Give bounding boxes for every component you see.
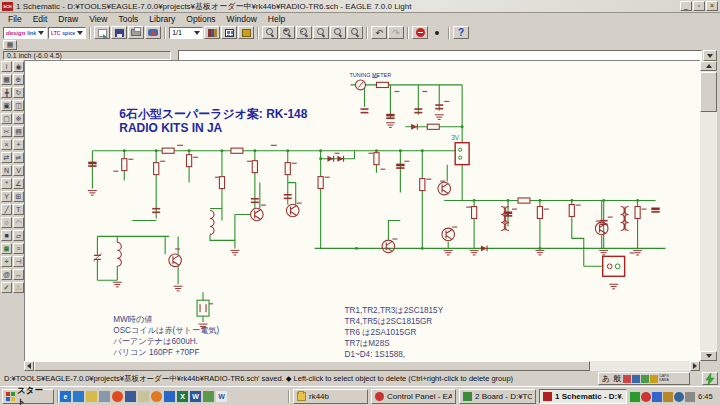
save-button[interactable]: [111, 26, 127, 39]
tray-display-icon[interactable]: [685, 392, 695, 402]
vertical-scrollbar[interactable]: [700, 61, 717, 361]
ime-minimize-panel[interactable]: [702, 372, 718, 385]
minimize-button[interactable]: _: [680, 1, 692, 11]
menu-window[interactable]: Window: [222, 13, 263, 25]
image-export-button[interactable]: [145, 26, 161, 39]
menu-edit[interactable]: Edit: [28, 13, 54, 25]
tray-volume-icon[interactable]: [674, 392, 684, 402]
tool-group[interactable]: ▢: [1, 113, 12, 124]
schematic-canvas[interactable]: 6石小型スーパーラジオ案: RK-148 RADIO KITS IN JA TU…: [24, 60, 700, 361]
task-rk44b[interactable]: rk44b: [293, 389, 368, 404]
tool-label[interactable]: ⊣: [13, 256, 24, 267]
ime-tools-icon[interactable]: [632, 375, 640, 383]
menu-tools[interactable]: Tools: [113, 13, 144, 25]
zoom-select-button[interactable]: [330, 26, 346, 39]
tool-wire[interactable]: ╱: [1, 204, 12, 215]
tool-text[interactable]: T: [13, 204, 24, 215]
tool-polygon[interactable]: ▱: [13, 230, 24, 241]
open-button[interactable]: [94, 26, 110, 39]
tray-updater-icon[interactable]: [663, 392, 673, 402]
tool-invoke[interactable]: ⊞: [13, 191, 24, 202]
task-control-panel[interactable]: Control Panel - EAGL..: [371, 389, 456, 404]
tool-attribute[interactable]: @: [1, 269, 12, 280]
coil-symbols[interactable]: [93, 207, 628, 267]
menu-library[interactable]: Library: [144, 13, 181, 25]
designlink-dropdown[interactable]: design link: [3, 27, 47, 39]
quicklaunch-monitor-icon[interactable]: [125, 391, 136, 402]
menu-view[interactable]: View: [84, 13, 113, 25]
close-button[interactable]: ×: [706, 1, 718, 11]
tool-cut[interactable]: ✂: [1, 126, 12, 137]
restore-button[interactable]: ▫: [693, 1, 705, 11]
print-button[interactable]: [128, 26, 144, 39]
tool-miter[interactable]: ∠: [13, 178, 24, 189]
tool-pinswap[interactable]: ⇄: [1, 152, 12, 163]
tool-info[interactable]: i: [1, 61, 12, 72]
scroll-down-button[interactable]: [700, 351, 717, 361]
menu-draw[interactable]: Draw: [53, 13, 84, 25]
ime-pen-icon[interactable]: [623, 375, 631, 383]
vertical-scroll-thumb[interactable]: [700, 72, 717, 112]
ground-symbols[interactable]: [88, 115, 642, 329]
tool-copy[interactable]: ▣: [1, 100, 12, 111]
go-button[interactable]: [429, 26, 445, 39]
tool-rect[interactable]: ■: [1, 230, 12, 241]
tool-circle[interactable]: ○: [1, 217, 12, 228]
tool-smash[interactable]: *: [1, 178, 12, 189]
scroll-right-button[interactable]: [690, 361, 700, 371]
tool-value[interactable]: V: [13, 165, 24, 176]
quicklaunch-photo-icon[interactable]: [203, 391, 214, 402]
library-button[interactable]: [204, 26, 220, 39]
menu-help[interactable]: Help: [263, 13, 291, 25]
zoom-redraw-button[interactable]: [313, 26, 329, 39]
tray-alert-icon[interactable]: [641, 392, 651, 402]
zoom-fit-button[interactable]: [262, 26, 278, 39]
display-layers-button[interactable]: [221, 26, 237, 39]
undo-button[interactable]: ↶: [371, 26, 387, 39]
tray-antivirus-icon[interactable]: [630, 392, 640, 402]
schematic-title-line2[interactable]: RADIO KITS IN JA: [119, 121, 222, 135]
ime-pad-icon[interactable]: [641, 375, 649, 383]
quicklaunch-messenger-icon[interactable]: [164, 391, 175, 402]
tray-network-icon[interactable]: [652, 392, 662, 402]
quicklaunch-media-player-icon[interactable]: [99, 391, 110, 402]
zoom-out-button[interactable]: -: [296, 26, 312, 39]
tuning-meter-symbol[interactable]: [356, 80, 366, 90]
help-button[interactable]: ?: [453, 26, 469, 39]
tool-net[interactable]: ≡: [13, 243, 24, 254]
quicklaunch-firefox-icon[interactable]: [151, 391, 162, 402]
ime-conversion-indicator[interactable]: 般: [612, 373, 622, 384]
tool-show[interactable]: ◉: [13, 61, 24, 72]
tool-replace[interactable]: ⇌: [13, 152, 24, 163]
battery-connector[interactable]: [455, 143, 469, 165]
task-board[interactable]: 2 Board - D:¥TOOLS¥..: [459, 389, 536, 404]
ltcspice-dropdown[interactable]: LTC spice: [48, 27, 86, 39]
quicklaunch-explorer-icon[interactable]: [138, 391, 149, 402]
horizontal-scroll-thumb[interactable]: [34, 361, 590, 371]
tool-display[interactable]: ▦: [1, 74, 12, 85]
quicklaunch-excel-icon[interactable]: X: [177, 391, 188, 402]
schematic-title-line1[interactable]: 6石小型スーパーラジオ案: RK-148: [119, 107, 307, 121]
quicklaunch-internet-explorer-icon[interactable]: e: [60, 391, 71, 402]
ime-mode-indicator[interactable]: あ: [601, 373, 611, 384]
tool-erc[interactable]: ✓: [1, 282, 12, 293]
scroll-up-button[interactable]: [700, 61, 717, 71]
ceramic-filter[interactable]: [197, 300, 209, 316]
tool-errors[interactable]: ⚠: [13, 282, 24, 293]
horizontal-scrollbar[interactable]: [24, 361, 700, 371]
start-button[interactable]: スタート: [2, 389, 54, 404]
quicklaunch-writer-icon[interactable]: W: [216, 391, 227, 402]
tool-rotate[interactable]: ↻: [13, 87, 24, 98]
tool-dimension[interactable]: ↔: [13, 269, 24, 280]
speaker-connector[interactable]: [603, 256, 625, 276]
ime-toolbar[interactable]: あ 般 CAPSKANA: [598, 372, 690, 385]
tool-change[interactable]: ※: [13, 113, 24, 124]
zoom-in-button[interactable]: +: [279, 26, 295, 39]
command-history-dropdown[interactable]: [703, 50, 717, 61]
layer-settings-button[interactable]: [238, 26, 254, 39]
tool-mark[interactable]: ⊕: [13, 74, 24, 85]
menu-options[interactable]: Options: [181, 13, 221, 25]
zoom-last-button[interactable]: [347, 26, 363, 39]
stop-button[interactable]: [412, 26, 428, 39]
tool-junction[interactable]: +: [1, 256, 12, 267]
